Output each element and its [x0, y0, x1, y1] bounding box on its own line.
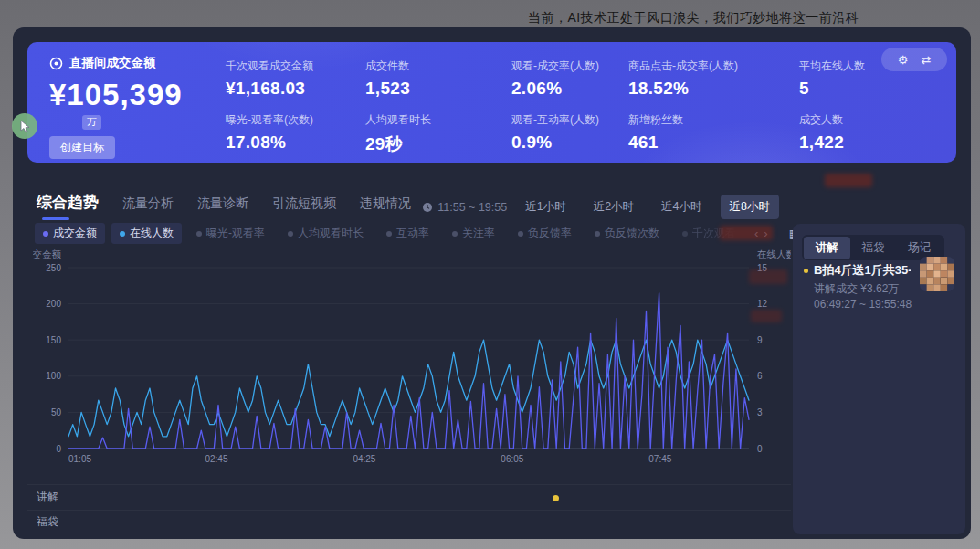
unit-badge: 万	[82, 115, 101, 130]
banner-tools[interactable]: ⚙ ⇄	[881, 48, 947, 71]
range-button-8h[interactable]: 近8小时	[721, 195, 779, 219]
panel-tab-log[interactable]: 场记	[896, 237, 943, 259]
metric-value: 1,422	[799, 132, 954, 153]
svg-text:07:45: 07:45	[648, 454, 671, 464]
primary-metric-value: ¥105,399	[49, 78, 232, 112]
create-goal-button[interactable]: 创建目标	[49, 136, 115, 159]
legend-dot	[288, 231, 293, 237]
legend-label: 成交金额	[53, 226, 97, 241]
metric-label: 成交人数	[799, 112, 954, 128]
cursor-indicator	[12, 113, 37, 139]
tab-violations[interactable]: 违规情况	[360, 195, 411, 212]
legend-dot	[452, 231, 458, 237]
metric: 曝光-观看率(次数) 17.08%	[226, 112, 381, 153]
metric-label: 曝光-观看率(次数)	[226, 112, 381, 128]
tab-short-video[interactable]: 引流短视频	[272, 195, 336, 212]
legend-dot	[518, 231, 523, 237]
legend-label: 曝光-观看率	[206, 226, 265, 241]
metric-value: 1,523	[365, 79, 521, 99]
settings-gear-icon[interactable]: ⚙	[898, 53, 909, 67]
swap-metrics-icon[interactable]: ⇄	[921, 53, 931, 67]
metric-label: 商品点击-成交率(人数)	[628, 58, 784, 74]
legend-label: 负反馈率	[528, 226, 572, 241]
tab-traffic-diagnosis[interactable]: 流量诊断	[197, 195, 248, 212]
dashboard: 直播间成交金额 ¥105,399 万 创建目标 千次观看成交金额 ¥1,168.…	[13, 27, 971, 539]
legend-avg-watch-time[interactable]: 人均观看时长	[279, 223, 372, 244]
svg-text:12: 12	[757, 299, 768, 309]
range-button-2h[interactable]: 近2小时	[585, 195, 643, 219]
legend-exposure-view-rate[interactable]: 曝光-观看率	[188, 223, 273, 244]
svg-text:04:25: 04:25	[353, 454, 375, 464]
legend-label: 互动率	[396, 226, 429, 241]
trend-chart-svg: 25015200121509100650300成交金额在线人数01:0502:4…	[33, 249, 791, 466]
legend-negative-feedback-count[interactable]: 负反馈次数	[586, 223, 668, 244]
metric-label: 新增粉丝数	[628, 112, 784, 128]
legend-online-users[interactable]: 在线人数	[111, 223, 182, 244]
red-annotation-mark	[720, 226, 773, 240]
track-row-luckybag: 福袋	[37, 514, 58, 530]
legend-negative-feedback-rate[interactable]: 负反馈率	[510, 223, 580, 244]
primary-metric: 直播间成交金额 ¥105,399 万 创建目标	[49, 55, 232, 159]
trend-chart: 25015200121509100650300成交金额在线人数01:0502:4…	[33, 249, 791, 466]
metric-value: ¥1,168.03	[226, 79, 381, 99]
metric: 商品点击-成交率(人数) 18.52%	[628, 58, 784, 99]
svg-text:100: 100	[46, 371, 61, 381]
screen: 当前，AI技术正处于风口浪尖，我们巧妙地将这一前沿科 直播间成交金额 ¥105,…	[0, 0, 980, 549]
range-button-4h[interactable]: 近4小时	[652, 195, 711, 219]
svg-text:3: 3	[757, 407, 763, 417]
panel-tab-explain[interactable]: 讲解	[804, 237, 850, 259]
metric-label: 人均观看时长	[365, 112, 521, 128]
metric: 人均观看时长 29秒	[365, 112, 521, 156]
svg-text:50: 50	[51, 407, 62, 417]
svg-text:在线人数: 在线人数	[756, 249, 791, 259]
svg-text:9: 9	[757, 335, 763, 345]
legend-label: 人均观看时长	[298, 226, 364, 241]
legend-dot	[196, 231, 202, 237]
metric-value: 29秒	[365, 132, 521, 156]
product-title[interactable]: B拍4斤送1斤共35-4...	[814, 262, 911, 279]
legend-dot	[120, 231, 125, 237]
metric-value: 461	[628, 132, 784, 153]
legend-dot	[595, 231, 600, 237]
legend-dot	[43, 231, 48, 237]
time-range: 11:55 ~ 19:55	[422, 201, 507, 214]
time-range-text: 11:55 ~ 19:55	[437, 201, 507, 214]
product-thumbnail	[920, 257, 954, 291]
svg-text:150: 150	[46, 335, 61, 345]
section-tabs: 综合趋势 流量分析 流量诊断 引流短视频 违规情况	[37, 192, 411, 213]
red-annotation-mark	[749, 269, 787, 284]
metric-value: 18.52%	[628, 79, 784, 99]
range-button-1h[interactable]: 近1小时	[516, 195, 574, 219]
panel-tab-luckybag[interactable]: 福袋	[850, 237, 897, 259]
svg-text:01:05: 01:05	[68, 454, 91, 464]
legend-label: 在线人数	[130, 226, 174, 241]
product-time-range: 06:49:27 ~ 19:55:48	[814, 298, 912, 311]
item-bullet	[804, 269, 808, 273]
metrics-banner: 直播间成交金额 ¥105,399 万 创建目标 千次观看成交金额 ¥1,168.…	[27, 42, 956, 163]
metric: 新增粉丝数 461	[628, 112, 784, 153]
metric: 成交人数 1,422	[799, 112, 954, 153]
side-panel: 讲解 福袋 场记 B拍4斤送1斤共35-4... 讲解成交 ¥3.62万 06:…	[793, 224, 965, 534]
red-annotation-mark	[825, 174, 872, 187]
svg-text:02:45: 02:45	[205, 454, 227, 464]
clock-icon	[422, 202, 433, 213]
svg-text:6: 6	[757, 371, 763, 381]
primary-metric-label: 直播间成交金额	[69, 55, 156, 71]
legend-gmv[interactable]: 成交金额	[35, 223, 105, 244]
red-annotation-mark	[751, 310, 782, 322]
product-deal-amount: 讲解成交 ¥3.62万	[814, 281, 899, 297]
mouse-pointer-icon	[19, 120, 31, 133]
tab-traffic-analysis[interactable]: 流量分析	[122, 195, 174, 212]
track-divider	[27, 510, 791, 511]
metric-label: 千次观看成交金额	[226, 58, 381, 74]
tab-overall-trend[interactable]: 综合趋势	[37, 192, 99, 213]
svg-text:250: 250	[46, 263, 61, 273]
legend-label: 负反馈次数	[605, 226, 659, 241]
track-divider	[27, 484, 791, 485]
svg-text:200: 200	[46, 299, 61, 309]
legend-interaction-rate[interactable]: 互动率	[378, 223, 437, 244]
legend-follow-rate[interactable]: 关注率	[444, 223, 503, 244]
metric-value: 5	[799, 79, 954, 99]
metric-value: 17.08%	[226, 132, 381, 153]
explain-marker-dot[interactable]	[553, 495, 559, 501]
